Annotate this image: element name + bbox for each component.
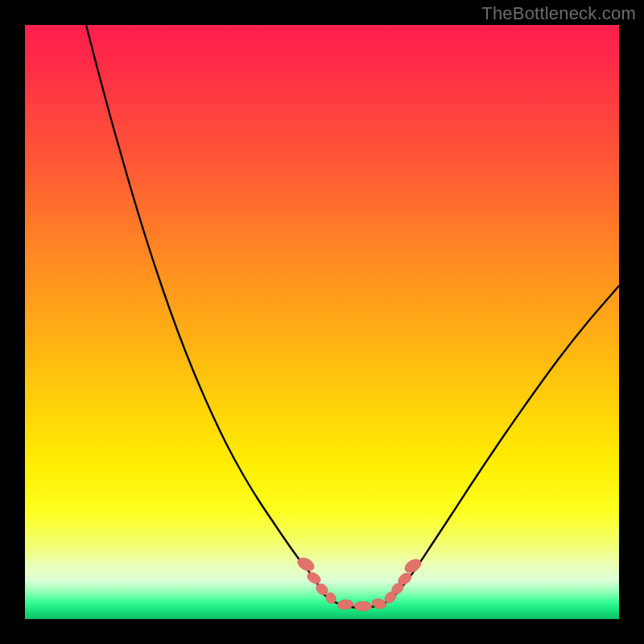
valley-marker xyxy=(336,599,353,610)
valley-marker xyxy=(354,601,372,612)
bottleneck-curve xyxy=(25,25,619,619)
plot-area xyxy=(25,25,619,619)
outer-frame: TheBottleneck.com xyxy=(0,0,644,644)
watermark-text: TheBottleneck.com xyxy=(481,3,636,24)
curve-path xyxy=(86,25,619,608)
